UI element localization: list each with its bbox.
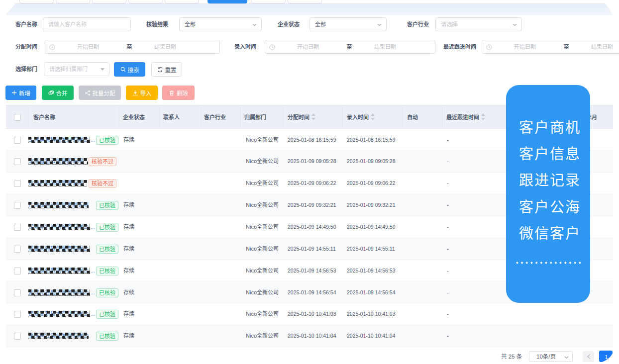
- svg-text:1: 1: [605, 354, 608, 360]
